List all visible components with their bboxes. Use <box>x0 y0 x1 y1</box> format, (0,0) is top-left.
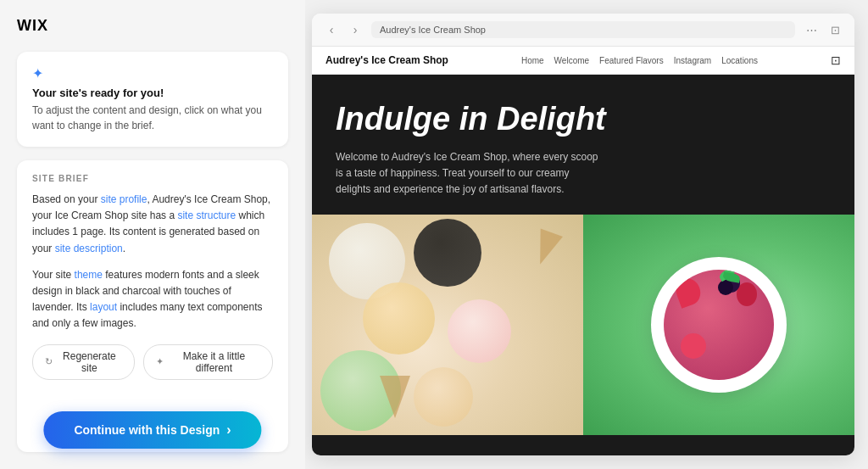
layout-link[interactable]: layout <box>90 301 117 313</box>
browser-address-bar[interactable]: Audrey's Ice Cream Shop <box>371 21 795 38</box>
regenerate-label: Regenerate site <box>57 350 122 374</box>
brief-actions: ↻ Regenerate site ✦ Make it a little dif… <box>32 344 273 380</box>
browser-controls: ⋯ ⊡ <box>802 20 844 39</box>
right-panel: ‹ › Audrey's Ice Cream Shop ⋯ ⊡ Audrey's… <box>305 0 868 469</box>
nav-home[interactable]: Home <box>521 56 544 65</box>
browser-forward-button[interactable]: › <box>346 20 364 39</box>
nav-instagram[interactable]: Instagram <box>674 56 711 65</box>
info-card: ✦ Your site's ready for you! To adjust t… <box>17 52 288 147</box>
berry-icecream-image <box>583 215 854 435</box>
make-different-label: Make it a little different <box>168 350 260 374</box>
site-nav-bar: Audrey's Ice Cream Shop Home Welcome Fea… <box>312 47 854 75</box>
continue-arrow-icon: › <box>226 422 231 438</box>
continue-label: Continue with this Design <box>74 423 220 437</box>
address-text: Audrey's Ice Cream Shop <box>380 25 486 35</box>
regenerate-button[interactable]: ↻ Regenerate site <box>32 344 135 380</box>
browser-window: ‹ › Audrey's Ice Cream Shop ⋯ ⊡ Audrey's… <box>312 14 854 455</box>
brief-paragraph-2: Your site theme features modern fonts an… <box>32 267 273 332</box>
site-description-link[interactable]: site description <box>55 243 123 254</box>
make-different-button[interactable]: ✦ Make it a little different <box>143 344 273 380</box>
spark-icon: ✦ <box>32 65 273 81</box>
brief-label: SITE BRIEF <box>32 174 273 183</box>
site-nav-links: Home Welcome Featured Flavors Instagram … <box>521 56 758 65</box>
brief-paragraph-1: Based on your site profile, Audrey's Ice… <box>32 192 273 257</box>
make-different-icon: ✦ <box>156 356 164 367</box>
site-profile-link[interactable]: site profile <box>101 193 147 205</box>
hero-subtitle: Welcome to Audrey's Ice Cream Shop, wher… <box>336 149 607 198</box>
nav-welcome[interactable]: Welcome <box>554 56 590 65</box>
continue-button[interactable]: Continue with this Design › <box>43 411 261 449</box>
left-panel: WIX ✦ Your site's ready for you! To adju… <box>0 0 305 469</box>
regenerate-icon: ↻ <box>45 356 53 367</box>
site-nav-icon: ⊡ <box>831 53 841 67</box>
hero-section: Indulge in Delight Welcome to Audrey's I… <box>312 75 854 215</box>
wix-logo: WIX <box>17 17 288 35</box>
site-content: Audrey's Ice Cream Shop Home Welcome Fea… <box>312 47 854 455</box>
ice-cream-scoops-image <box>312 215 583 435</box>
hero-title: Indulge in Delight <box>336 102 831 137</box>
browser-bookmark-button[interactable]: ⊡ <box>826 20 844 39</box>
nav-locations[interactable]: Locations <box>721 56 758 65</box>
browser-toolbar: ‹ › Audrey's Ice Cream Shop ⋯ ⊡ <box>312 14 854 47</box>
nav-featured[interactable]: Featured Flavors <box>599 56 664 65</box>
continue-btn-wrap: Continue with this Design › <box>43 411 261 449</box>
site-brief-card: SITE BRIEF Based on your site profile, A… <box>17 160 288 452</box>
info-card-title: Your site's ready for you! <box>32 87 273 99</box>
browser-nav: ‹ › <box>322 20 364 39</box>
info-card-subtitle: To adjust the content and design, click … <box>32 103 273 133</box>
theme-link[interactable]: theme <box>75 269 103 281</box>
site-name: Audrey's Ice Cream Shop <box>326 54 448 66</box>
image-grid <box>312 215 854 435</box>
browser-back-button[interactable]: ‹ <box>322 20 341 39</box>
site-structure-link[interactable]: site structure <box>177 209 236 221</box>
browser-menu-button[interactable]: ⋯ <box>802 20 821 39</box>
